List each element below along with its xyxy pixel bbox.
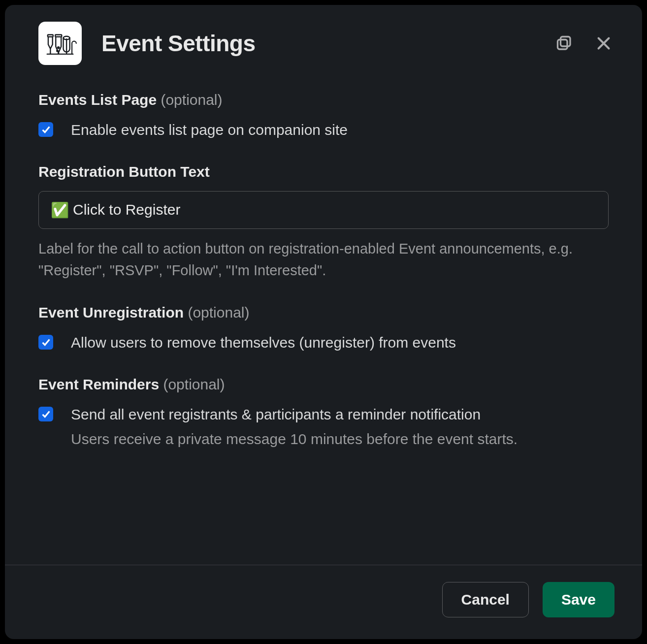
open-new-window-button[interactable] (553, 32, 575, 54)
check-icon (40, 337, 51, 348)
section-event-unregistration: Event Unregistration (optional) Allow us… (38, 304, 609, 354)
modal-title: Event Settings (101, 30, 553, 57)
checkbox-subtext: Users receive a private message 10 minut… (71, 428, 518, 450)
section-title-text: Events List Page (38, 92, 157, 108)
svg-point-4 (64, 36, 70, 40)
svg-point-2 (58, 47, 59, 48)
cancel-button[interactable]: Cancel (442, 582, 529, 617)
enable-events-list-checkbox[interactable] (38, 122, 53, 137)
svg-rect-1 (55, 35, 62, 37)
optional-tag: (optional) (163, 376, 225, 392)
optional-tag: (optional) (188, 304, 249, 321)
checkbox-row: Enable events list page on companion sit… (38, 119, 609, 141)
input-value: Click to Register (73, 201, 180, 218)
field-help-text: Label for the call to action button on r… (38, 238, 609, 282)
section-title: Registration Button Text (38, 163, 609, 180)
check-emoji-icon: ✅ (51, 201, 69, 219)
send-reminder-checkbox[interactable] (38, 407, 53, 421)
modal-body: Events List Page (optional) Enable event… (5, 77, 642, 565)
modal-footer: Cancel Save (5, 565, 642, 639)
save-button[interactable]: Save (543, 582, 615, 617)
section-title-text: Event Unregistration (38, 304, 184, 321)
close-button[interactable] (593, 32, 615, 54)
svg-rect-6 (558, 40, 568, 50)
check-icon (40, 409, 51, 419)
section-title-text: Registration Button Text (38, 163, 210, 180)
modal-header: Event Settings (5, 5, 642, 77)
app-icon (38, 22, 82, 65)
section-event-reminders: Event Reminders (optional) Send all even… (38, 376, 609, 451)
allow-unregister-checkbox[interactable] (38, 335, 53, 350)
section-events-list-page: Events List Page (optional) Enable event… (38, 92, 609, 141)
lab-icon (43, 26, 77, 61)
checkbox-row: Allow users to remove themselves (unregi… (38, 332, 609, 354)
close-icon (595, 34, 613, 52)
checkbox-text-block: Send all event registrants & participant… (71, 404, 518, 451)
svg-point-3 (57, 50, 58, 52)
optional-tag: (optional) (161, 92, 222, 108)
registration-button-text-input[interactable]: ✅ Click to Register (38, 191, 609, 229)
section-title: Event Reminders (optional) (38, 376, 609, 393)
checkbox-label[interactable]: Allow users to remove themselves (unregi… (71, 332, 456, 354)
open-new-window-icon (555, 34, 573, 52)
check-icon (40, 124, 51, 135)
svg-rect-0 (48, 35, 53, 37)
checkbox-label[interactable]: Enable events list page on companion sit… (71, 119, 348, 141)
section-title-text: Event Reminders (38, 376, 159, 392)
checkbox-label[interactable]: Send all event registrants & participant… (71, 404, 518, 425)
section-title: Events List Page (optional) (38, 92, 609, 108)
section-title: Event Unregistration (optional) (38, 304, 609, 321)
header-actions (553, 32, 615, 54)
svg-rect-5 (561, 37, 571, 47)
event-settings-modal: Event Settings Events List Page (optiona… (5, 5, 642, 639)
section-registration-button-text: Registration Button Text ✅ Click to Regi… (38, 163, 609, 282)
checkbox-row: Send all event registrants & participant… (38, 404, 609, 451)
